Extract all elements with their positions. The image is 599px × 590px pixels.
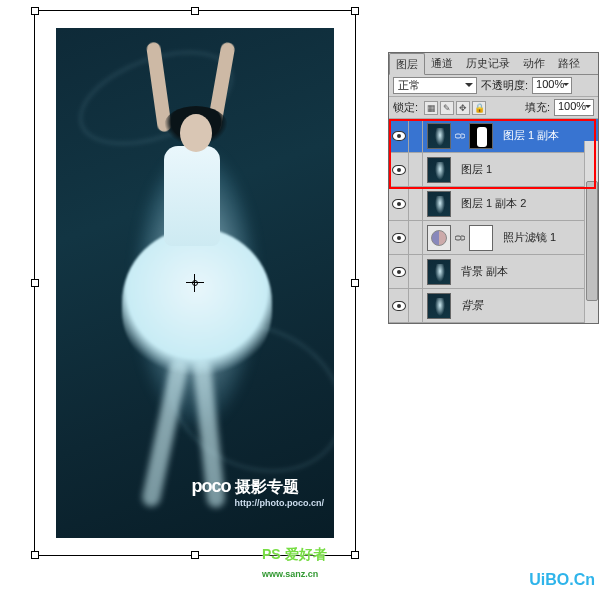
transform-handle-top-mid[interactable] xyxy=(191,7,199,15)
canvas-area[interactable]: poco 摄影专题 http://photo.poco.cn/ xyxy=(34,10,356,556)
lock-row: 锁定: ▦ ✎ ✥ 🔒 填充: 100% xyxy=(389,97,598,119)
layer-thumbnail[interactable] xyxy=(427,293,451,319)
layer-name[interactable]: 图层 1 xyxy=(455,162,598,177)
layer-row[interactable]: 图层 1 xyxy=(389,153,598,187)
panel-tabs: 图层 通道 历史记录 动作 路径 xyxy=(389,53,598,75)
mask-link-icon[interactable] xyxy=(455,131,465,141)
lock-transparency-icon[interactable]: ▦ xyxy=(424,101,438,115)
opacity-label: 不透明度: xyxy=(481,78,528,93)
layer-thumbnail[interactable] xyxy=(427,259,451,285)
visibility-toggle[interactable] xyxy=(389,255,409,288)
eye-icon xyxy=(392,267,406,277)
transform-handle-mid-right[interactable] xyxy=(351,279,359,287)
visibility-toggle[interactable] xyxy=(389,187,409,220)
layers-panel: 图层 通道 历史记录 动作 路径 正常 不透明度: 100% 锁定: ▦ ✎ ✥… xyxy=(388,52,599,324)
layer-row-selected[interactable]: 图层 1 副本 xyxy=(389,119,598,153)
blend-mode-select[interactable]: 正常 xyxy=(393,77,477,94)
tab-paths[interactable]: 路径 xyxy=(552,53,587,74)
link-column[interactable] xyxy=(409,289,423,322)
eye-icon xyxy=(392,199,406,209)
lock-pixels-icon[interactable]: ✎ xyxy=(440,101,454,115)
layer-name[interactable]: 照片滤镜 1 xyxy=(497,230,598,245)
transform-center-point[interactable] xyxy=(186,274,204,292)
mask-link-icon[interactable] xyxy=(455,233,465,243)
layer-mask-thumbnail[interactable] xyxy=(469,225,493,251)
tab-layers[interactable]: 图层 xyxy=(389,53,425,75)
visibility-toggle[interactable] xyxy=(389,289,409,322)
layer-name[interactable]: 图层 1 副本 xyxy=(497,128,598,143)
eye-icon xyxy=(392,301,406,311)
layer-name[interactable]: 图层 1 副本 2 xyxy=(455,196,598,211)
tab-actions[interactable]: 动作 xyxy=(517,53,552,74)
link-column[interactable] xyxy=(409,187,423,220)
layer-mask-thumbnail[interactable] xyxy=(469,123,493,149)
watermark-ps-lover: PS 爱好者 www.sanz.cn xyxy=(262,546,327,580)
layer-list: 图层 1 副本 图层 1 图层 1 副本 2 xyxy=(389,119,598,323)
watermark-site: UiBO.Cn xyxy=(529,572,595,588)
lock-label: 锁定: xyxy=(393,100,418,115)
eye-icon xyxy=(392,131,406,141)
visibility-toggle[interactable] xyxy=(389,119,409,152)
lock-icon-group: ▦ ✎ ✥ 🔒 xyxy=(424,101,486,115)
transform-handle-bottom-mid[interactable] xyxy=(191,551,199,559)
tab-channels[interactable]: 通道 xyxy=(425,53,460,74)
layer-thumbnail[interactable] xyxy=(427,123,451,149)
layer-row-adjustment[interactable]: 照片滤镜 1 xyxy=(389,221,598,255)
transform-handle-bottom-left[interactable] xyxy=(31,551,39,559)
opacity-input[interactable]: 100% xyxy=(532,77,572,94)
layer-thumbnail[interactable] xyxy=(427,191,451,217)
fill-label: 填充: xyxy=(525,100,550,115)
layer-row-background[interactable]: 背景 xyxy=(389,289,598,323)
transform-handle-bottom-right[interactable] xyxy=(351,551,359,559)
panel-scrollbar[interactable] xyxy=(584,141,598,323)
layer-row[interactable]: 背景 副本 xyxy=(389,255,598,289)
tab-history[interactable]: 历史记录 xyxy=(460,53,517,74)
fill-input[interactable]: 100% xyxy=(554,99,594,116)
link-column[interactable] xyxy=(409,119,423,152)
transform-handle-top-left[interactable] xyxy=(31,7,39,15)
transform-handle-mid-left[interactable] xyxy=(31,279,39,287)
link-column[interactable] xyxy=(409,255,423,288)
transform-handle-top-right[interactable] xyxy=(351,7,359,15)
eye-icon xyxy=(392,233,406,243)
lock-position-icon[interactable]: ✥ xyxy=(456,101,470,115)
link-column[interactable] xyxy=(409,221,423,254)
scrollbar-thumb[interactable] xyxy=(586,181,598,301)
layer-row[interactable]: 图层 1 副本 2 xyxy=(389,187,598,221)
layer-thumbnail[interactable] xyxy=(427,157,451,183)
layer-name[interactable]: 背景 xyxy=(455,298,598,313)
adjustment-layer-thumbnail[interactable] xyxy=(427,225,451,251)
visibility-toggle[interactable] xyxy=(389,221,409,254)
layer-name[interactable]: 背景 副本 xyxy=(455,264,598,279)
lock-all-icon[interactable]: 🔒 xyxy=(472,101,486,115)
blend-row: 正常 不透明度: 100% xyxy=(389,75,598,97)
link-column[interactable] xyxy=(409,153,423,186)
transform-bounding-box[interactable] xyxy=(34,10,356,556)
eye-icon xyxy=(392,165,406,175)
visibility-toggle[interactable] xyxy=(389,153,409,186)
